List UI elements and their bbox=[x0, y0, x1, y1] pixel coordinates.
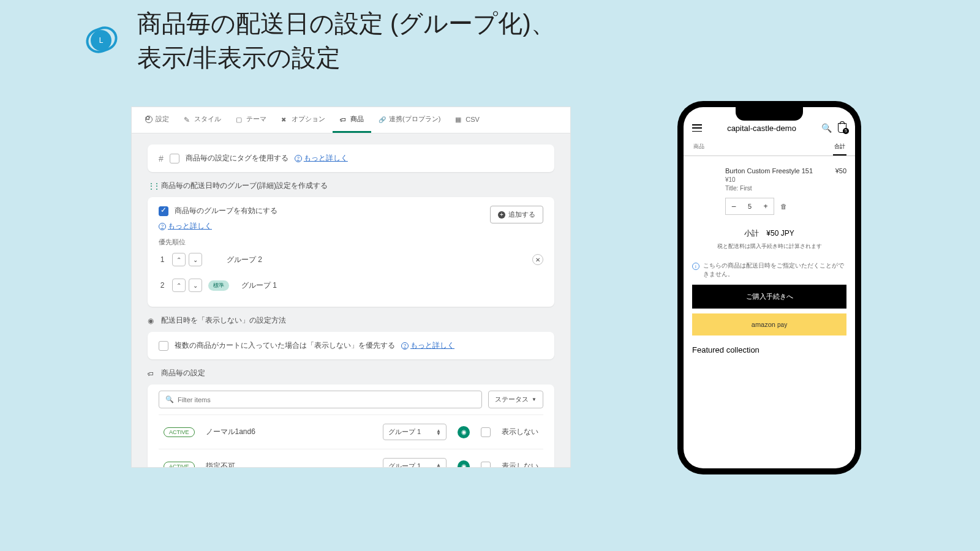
group-select[interactable]: グループ 1▲▼ bbox=[383, 458, 447, 468]
cart-tabs: 商品 合計 bbox=[684, 139, 855, 156]
product-section-heading: 商品毎の設定 bbox=[148, 368, 554, 378]
prefer-hide-label: 複数の商品がカートに入っていた場合は「表示しない」を優先する bbox=[175, 340, 395, 351]
tab-product[interactable]: 商品 bbox=[333, 107, 371, 133]
delete-group-button[interactable]: ✕ bbox=[532, 254, 543, 265]
filter-input[interactable] bbox=[178, 396, 475, 403]
qty-value: 5 bbox=[742, 203, 758, 210]
group-row: 1 ⌃ ⌄ グループ 2 ✕ bbox=[159, 247, 543, 272]
tab-integration[interactable]: 連携(プロプラン) bbox=[371, 107, 448, 133]
use-tag-card: # 商品毎の設定にタグを使用する ?もっと詳しく bbox=[148, 144, 554, 172]
hash-icon: # bbox=[159, 154, 164, 163]
group-row: 2 ⌃ ⌄ 標準 グループ 1 bbox=[159, 272, 543, 298]
visibility-toggle[interactable]: ◉ bbox=[458, 426, 470, 438]
phone-notch bbox=[736, 107, 803, 121]
theme-icon bbox=[236, 116, 243, 123]
hide-card: 複数の商品がカートに入っていた場合は「表示しない」を優先する ?もっと詳しく bbox=[148, 332, 554, 359]
use-tag-label: 商品毎の設定にタグを使用する bbox=[186, 153, 288, 163]
eye-icon bbox=[148, 317, 156, 325]
tab-style[interactable]: スタイル bbox=[176, 107, 228, 133]
group-name: グループ 2 bbox=[227, 255, 262, 265]
item-line-price: ¥50 bbox=[835, 167, 846, 174]
tab-product-mobile[interactable]: 商品 bbox=[692, 139, 706, 156]
subtotal-value: ¥50 JPY bbox=[766, 229, 794, 238]
group-select[interactable]: グループ 1▲▼ bbox=[383, 424, 447, 440]
enable-group-label: 商品毎のグループを有効にする bbox=[175, 206, 277, 216]
item-title: Burton Custom Freestyle 151 bbox=[725, 167, 846, 174]
product-name: 指定不可 bbox=[206, 461, 372, 468]
page-header: L 商品毎の配送日の設定 (グループ化)、 表示/非表示の設定 bbox=[86, 6, 949, 75]
standard-badge: 標準 bbox=[208, 280, 229, 291]
filter-input-wrap: 🔍 bbox=[159, 391, 482, 408]
product-card: 🔍 ステータス▼ ACTIVE ノーマル1and6 グループ 1▲▼ ◉ 表示し… bbox=[148, 384, 554, 468]
hide-checkbox[interactable] bbox=[481, 427, 491, 437]
visibility-toggle[interactable]: ◉ bbox=[458, 460, 470, 468]
use-tag-more-link[interactable]: ?もっと詳しく bbox=[295, 153, 348, 163]
cart-item: Burton Custom Freestyle 151 ¥50 ¥10 Titl… bbox=[684, 156, 855, 220]
status-dropdown[interactable]: ステータス▼ bbox=[488, 391, 543, 408]
search-icon[interactable]: 🔍 bbox=[821, 123, 832, 133]
group-section-heading: 商品毎の配送日時のグループ(詳細)設定を作成する bbox=[148, 181, 554, 191]
tag-icon bbox=[340, 116, 347, 123]
subtotal-label: 小計 bbox=[744, 229, 759, 238]
move-up-button[interactable]: ⌃ bbox=[172, 279, 186, 292]
add-group-button[interactable]: +追加する bbox=[490, 206, 543, 223]
gear-icon bbox=[145, 116, 153, 123]
item-unit-price: ¥10 bbox=[725, 176, 846, 183]
qty-minus-button[interactable]: – bbox=[726, 198, 742, 214]
group-icon bbox=[148, 182, 156, 190]
amazon-pay-button[interactable]: amazon pay bbox=[692, 313, 846, 335]
site-title: capital-castle-demo bbox=[727, 124, 796, 133]
product-name: ノーマル1and6 bbox=[206, 427, 372, 437]
quantity-stepper: – 5 + bbox=[725, 198, 774, 215]
checkout-button[interactable]: ご購入手続きへ bbox=[692, 285, 846, 309]
move-down-button[interactable]: ⌄ bbox=[189, 279, 202, 292]
hide-section-heading: 配送日時を「表示しない」の設定方法 bbox=[148, 315, 554, 326]
info-icon: i bbox=[692, 263, 699, 270]
tab-settings[interactable]: 設定 bbox=[138, 107, 176, 133]
tab-total-mobile[interactable]: 合計 bbox=[833, 139, 846, 156]
tab-csv[interactable]: CSV bbox=[448, 108, 487, 132]
link-icon bbox=[379, 116, 386, 123]
move-down-button[interactable]: ⌄ bbox=[189, 253, 202, 266]
group-more-link[interactable]: ?もっと詳しく bbox=[159, 221, 277, 231]
group-index: 1 bbox=[159, 255, 166, 264]
planet-logo-icon: L bbox=[86, 24, 119, 57]
group-card: 商品毎のグループを有効にする ?もっと詳しく +追加する 優先順位 1 ⌃ ⌄ … bbox=[148, 197, 554, 307]
admin-tabs: 設定 スタイル テーマ オプション 商品 連携(プロプラン) CSV bbox=[132, 107, 570, 133]
tab-theme[interactable]: テーマ bbox=[228, 107, 274, 133]
brush-icon bbox=[184, 116, 191, 123]
priority-label: 優先順位 bbox=[159, 238, 543, 247]
qty-plus-button[interactable]: + bbox=[758, 198, 774, 214]
plus-icon: + bbox=[498, 211, 505, 219]
featured-collection-heading: Featured collection bbox=[684, 335, 855, 354]
tag-icon bbox=[148, 369, 156, 378]
product-row: ACTIVE ノーマル1and6 グループ 1▲▼ ◉ 表示しない bbox=[159, 414, 543, 449]
subtotal-block: 小計 ¥50 JPY 税と配送料は購入手続き時に計算されます bbox=[684, 220, 855, 259]
search-icon: 🔍 bbox=[165, 395, 174, 403]
tax-note: 税と配送料は購入手続き時に計算されます bbox=[692, 242, 846, 250]
status-badge: ACTIVE bbox=[164, 462, 195, 468]
move-up-button[interactable]: ⌃ bbox=[172, 253, 186, 266]
hide-checkbox[interactable] bbox=[481, 462, 491, 468]
item-variant: Title: First bbox=[725, 185, 846, 192]
wrench-icon bbox=[281, 116, 288, 123]
use-tag-checkbox[interactable] bbox=[170, 154, 179, 163]
page-title: 商品毎の配送日の設定 (グループ化)、 表示/非表示の設定 bbox=[137, 6, 556, 75]
menu-icon[interactable] bbox=[692, 124, 702, 132]
group-index: 2 bbox=[159, 281, 166, 290]
phone-frame: capital-castle-demo 🔍 5 商品 合計 Burton Cus… bbox=[677, 101, 861, 474]
hide-label: 表示しない bbox=[502, 461, 538, 468]
tab-option[interactable]: オプション bbox=[274, 107, 333, 133]
remove-item-button[interactable]: 🗑 bbox=[780, 203, 787, 210]
admin-panel: 設定 スタイル テーマ オプション 商品 連携(プロプラン) CSV # 商品毎… bbox=[131, 107, 571, 468]
hide-more-link[interactable]: ?もっと詳しく bbox=[401, 340, 454, 351]
grid-icon bbox=[455, 116, 462, 123]
prefer-hide-checkbox[interactable] bbox=[159, 341, 168, 351]
group-name: グループ 1 bbox=[241, 280, 277, 291]
hide-label: 表示しない bbox=[502, 427, 538, 437]
product-row: ACTIVE 指定不可 グループ 1▲▼ ◉ 表示しない bbox=[159, 449, 543, 468]
status-badge: ACTIVE bbox=[164, 427, 195, 437]
enable-group-checkbox[interactable] bbox=[159, 206, 168, 216]
phone-screen: capital-castle-demo 🔍 5 商品 合計 Burton Cus… bbox=[684, 107, 855, 468]
cart-icon[interactable]: 5 bbox=[838, 123, 846, 133]
